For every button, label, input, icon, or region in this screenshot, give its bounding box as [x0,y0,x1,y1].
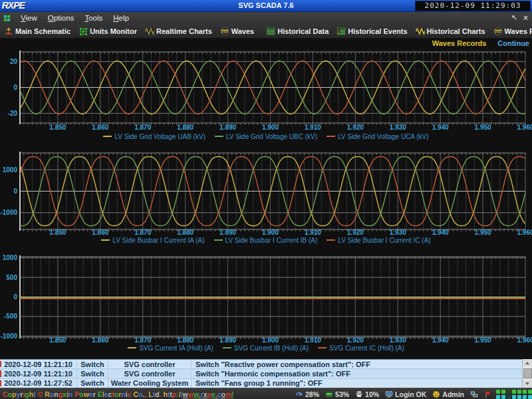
status-indicator-loginok: Login OK [385,390,426,398]
toolbar-button-label: Historical Data [277,27,329,35]
close-icon[interactable]: × [523,13,528,23]
x-axis-label: 1.920 [347,229,364,235]
status-indicator-label: 10% [365,390,379,398]
x-axis-label: 1.860 [92,229,108,235]
legend-item: SVG Current IC (Holl) (A) [318,344,404,352]
event-table: 2020-12-09 11:21:10SwitchSVG controllerS… [0,359,532,388]
y-axis-label: 20 [10,58,18,65]
legend-dash [101,239,110,241]
event-table-scrollbar[interactable] [522,359,532,388]
x-axis-label: 1.870 [134,124,151,131]
datetime-display: 2020-12-09 11:29:03 [415,1,531,11]
scrollbar-thumb[interactable] [523,368,532,378]
legend-item: LV Side Busbar I Current IB (A) [214,237,318,244]
x-axis-label: 1.950 [475,336,491,343]
x-axis-label: 1.910 [305,336,321,343]
x-axis-label: 1.900 [262,229,279,235]
title-bar: RXPE SVG SCADA 7.6 2020-12-09 11:29:03 [0,0,532,12]
x-axis-label: 1.960 [517,336,532,343]
busbar-current-chart: 10000-10001.8501.8601.8701.8801.8901.900… [0,148,532,247]
menu-bar: ViewOptionsToolsHelp × [0,12,532,25]
status-led [523,390,527,394]
menu-options[interactable]: Options [43,14,80,22]
toolbar-button-main-schematic[interactable]: Main Schematic [0,24,74,38]
toolbar-button-historical-charts[interactable]: Historical Charts [412,24,489,38]
x-axis-label: 1.900 [262,124,279,131]
status-led [517,390,521,394]
legend-dash [327,239,335,241]
legend-item: LV Side Busbar I Current IC (A) [327,237,430,244]
status-led [517,395,521,399]
toolbar-button-label: Waves [231,27,254,35]
scroll-down-icon[interactable] [523,380,532,388]
toolbar-button-label: Waves Records [505,27,532,35]
status-indicator-53: 53% [325,390,349,398]
toolbar-button-units-monitor[interactable]: Units Monitor [74,24,141,38]
status-led [496,395,500,399]
legend-label: LV Side Busbar I Current IB (A) [225,237,318,244]
y-axis-label: 500 [6,274,17,281]
legend-label: LV Side Grid Voltage UAB (kV) [114,133,205,140]
smiley-icon [432,390,440,398]
status-led [501,395,505,399]
event-row[interactable]: 2020-12-09 11:21:10SwitchSVG controllerS… [0,369,532,378]
status-led [528,390,532,394]
y-axis-label: 1000 [3,254,18,261]
schematic-icon [4,27,13,36]
scroll-up-icon[interactable] [523,359,532,366]
toolbar-button-historical-data[interactable]: Historical Data [262,24,332,38]
toolbar-button-label: Historical Events [348,27,407,35]
app-icon[interactable] [3,14,11,23]
x-axis-label: 1.850 [49,336,66,343]
x-axis-label: 1.940 [432,336,449,343]
toolbar-button-waves-records[interactable]: Waves Records [489,24,532,38]
menu-tools[interactable]: Tools [79,14,108,22]
x-axis-label: 1.950 [475,229,491,235]
y-axis-label: -1000 [0,209,17,216]
x-axis-label: 1.900 [262,336,279,343]
x-axis-label: 1.890 [219,229,236,235]
menu-help[interactable]: Help [108,14,134,22]
x-axis-label: 1.910 [305,124,321,131]
printer-icon [355,390,363,398]
event-row[interactable]: 2020-12-09 11:27:52SwitchWater Cooling S… [0,379,532,388]
toolbar-button-label: Units Monitor [90,27,137,35]
event-source: Water Cooling System [108,379,192,388]
status-indicator-label: 28% [305,390,319,398]
x-axis-label: 1.860 [92,336,108,343]
status-led [523,395,527,399]
status-led [507,390,511,394]
status-led [512,395,516,399]
toolbar: Main SchematicUnits MonitorRealtime Char… [0,24,532,39]
legend-label: SVG Current IA (Holl) (A) [139,344,213,352]
toolbar-button-realtime-charts[interactable]: Realtime Charts [141,24,216,38]
legend-label: LV Side Busbar I Current IC (A) [338,237,430,244]
chart-legend: LV Side Grid Voltage UAB (kV)LV Side Gri… [0,133,532,140]
x-axis-label: 1.960 [517,124,532,131]
legend-dash [103,136,112,137]
x-axis-label: 1.870 [134,336,151,343]
pin-icon[interactable] [511,14,518,23]
realtime-wave-icon [145,27,154,36]
event-time: 2020-12-09 11:21:10 [0,369,77,378]
legend-item: SVG Current IB (Holl) (A) [223,344,309,352]
x-axis-label: 1.930 [390,229,406,235]
event-message: Switch "Harmonic compensation start": OF… [192,369,523,378]
status-indicator-admin: Admin [432,390,464,398]
y-axis-label: 0 [13,84,17,91]
menu-view[interactable]: View [15,14,43,22]
x-axis-label: 1.860 [92,124,108,131]
toolbar-button-historical-events[interactable]: Historical Events [332,24,411,38]
legend-dash [215,136,223,137]
led-status-grid [496,390,532,399]
waves-icon [220,27,229,36]
x-axis-label: 1.960 [517,229,532,235]
legend-item: LV Side Busbar I Current IA (A) [101,237,204,244]
units-grid-icon [78,27,88,36]
event-row[interactable]: 2020-12-09 11:21:10SwitchSVG controllerS… [0,360,532,369]
legend-label: LV Side Busbar I Current IA (A) [112,237,204,244]
toolbar-button-waves[interactable]: Waves [216,24,258,38]
alarm-icon [484,390,492,398]
event-source: SVG controller [108,360,192,368]
chart-legend: LV Side Busbar I Current IA (A)LV Side B… [0,237,532,244]
